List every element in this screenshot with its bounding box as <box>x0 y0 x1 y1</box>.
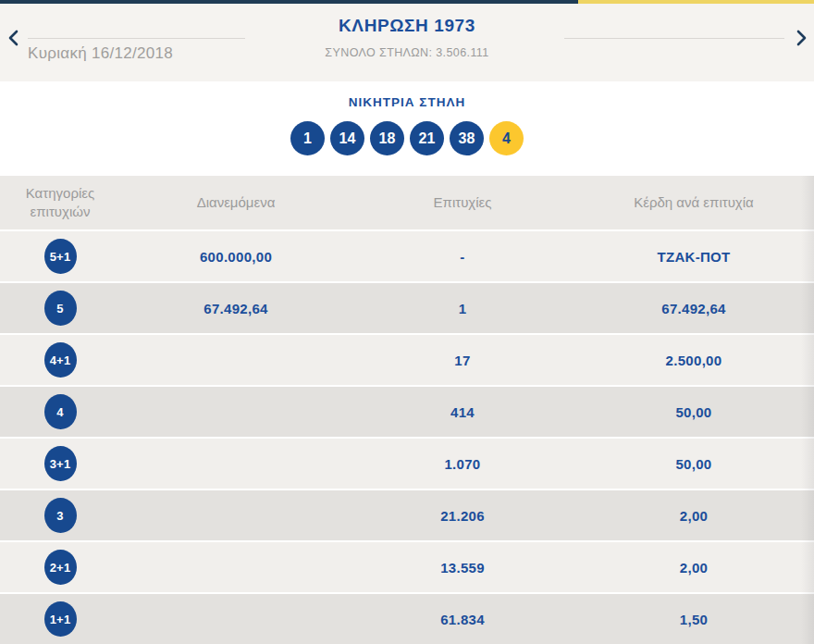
winning-number-ball: 21 <box>410 121 444 155</box>
winning-column-section: ΝΙΚΗΤΡΙΑ ΣΤΗΛΗ 1141821384 <box>0 81 814 176</box>
category-badge-label: 5 <box>56 302 63 316</box>
category-badge-label: 5+1 <box>50 250 71 264</box>
category-badge: 3 <box>44 498 77 533</box>
category-cell: 3+1 <box>0 446 120 481</box>
category-cell: 5+1 <box>0 239 120 274</box>
distributed-amount: 600.000,00 <box>120 249 352 265</box>
chevron-right-icon <box>796 30 808 46</box>
prize-per-win: 50,00 <box>574 404 814 420</box>
winning-number-ball: 38 <box>450 121 484 155</box>
table-row: 5+1 600.000,00 - ΤΖΑΚ-ΠΟΤ <box>0 231 814 281</box>
column-header-winners: Επιτυχίες <box>352 193 574 212</box>
category-badge-label: 3+1 <box>50 457 71 471</box>
column-header-categories: Κατηγορίες επιτυχιών <box>0 184 120 222</box>
results-table: Κατηγορίες επιτυχιών Διανεμόμενα Επιτυχί… <box>0 176 814 644</box>
category-badge-label: 2+1 <box>50 561 71 575</box>
winners-count: 414 <box>352 404 574 420</box>
category-badge: 4+1 <box>44 342 77 378</box>
table-row: 2+1 13.559 2,00 <box>0 542 814 592</box>
category-cell: 4+1 <box>0 342 120 378</box>
winning-numbers: 1141821384 <box>0 121 814 155</box>
table-row: 5 67.492,64 1 67.492,64 <box>0 283 814 333</box>
category-badge: 4 <box>44 394 77 429</box>
category-badge-label: 4+1 <box>50 353 71 367</box>
category-badge: 2+1 <box>44 550 77 585</box>
winners-count: 61.834 <box>352 612 574 627</box>
winning-number-ball: 14 <box>330 121 364 155</box>
next-draw-button[interactable] <box>791 26 811 50</box>
prize-per-win: 50,00 <box>574 456 814 472</box>
category-cell: 2+1 <box>0 550 120 585</box>
distributed-amount: 67.492,64 <box>120 301 352 316</box>
category-cell: 5 <box>0 291 120 326</box>
winners-count: 21.206 <box>352 508 574 524</box>
winners-count: 13.559 <box>352 560 574 576</box>
joker-draw-results-page: ΚΛΗΡΩΣΗ 1973 ΣΥΝΟΛΟ ΣΤΗΛΩΝ: 3.506.111 Κυ… <box>0 0 814 644</box>
bonus-number-ball: 4 <box>489 121 524 155</box>
results-table-header: Κατηγορίες επιτυχιών Διανεμόμενα Επιτυχί… <box>0 176 814 229</box>
results-table-body: 5+1 600.000,00 - ΤΖΑΚ-ΠΟΤ 5 67.492,64 1 … <box>0 231 814 644</box>
prize-per-win: ΤΖΑΚ-ΠΟΤ <box>574 249 814 265</box>
category-badge: 3+1 <box>44 446 77 481</box>
table-row: 3 21.206 2,00 <box>0 490 814 540</box>
draw-date: Κυριακή 16/12/2018 <box>28 44 173 63</box>
category-badge-label: 3 <box>56 509 63 523</box>
winning-column-heading: ΝΙΚΗΤΡΙΑ ΣΤΗΛΗ <box>0 95 814 109</box>
category-badge-label: 4 <box>56 405 63 419</box>
winners-count: 1.070 <box>352 456 574 472</box>
header-divider-right <box>564 38 784 39</box>
category-badge: 1+1 <box>44 601 77 637</box>
category-badge-label: 1+1 <box>50 613 71 626</box>
category-cell: 1+1 <box>0 601 120 637</box>
table-row: 4+1 17 2.500,00 <box>0 335 814 385</box>
draw-header: ΚΛΗΡΩΣΗ 1973 ΣΥΝΟΛΟ ΣΤΗΛΩΝ: 3.506.111 Κυ… <box>0 4 814 81</box>
category-cell: 4 <box>0 394 120 429</box>
table-row: 1+1 61.834 1,50 <box>0 594 814 644</box>
winners-count: 17 <box>352 353 574 368</box>
prize-per-win: 2,00 <box>574 508 814 524</box>
category-badge: 5+1 <box>44 239 77 274</box>
prize-per-win: 67.492,64 <box>574 301 814 316</box>
winners-count: - <box>352 249 574 265</box>
header-divider-left <box>28 38 245 39</box>
category-cell: 3 <box>0 498 120 533</box>
prize-per-win: 2.500,00 <box>574 353 814 368</box>
winners-count: 1 <box>352 301 574 316</box>
table-row: 3+1 1.070 50,00 <box>0 439 814 489</box>
table-row: 4 414 50,00 <box>0 387 814 437</box>
prize-per-win: 1,50 <box>574 612 814 627</box>
prize-per-win: 2,00 <box>574 560 814 576</box>
draw-title: ΚΛΗΡΩΣΗ 1973 <box>0 16 814 36</box>
category-badge: 5 <box>44 291 77 326</box>
column-header-distributed: Διανεμόμενα <box>120 193 352 212</box>
winning-number-ball: 18 <box>370 121 404 155</box>
column-header-prize: Κέρδη ανά επιτυχία <box>574 193 814 212</box>
winning-number-ball: 1 <box>290 121 325 155</box>
